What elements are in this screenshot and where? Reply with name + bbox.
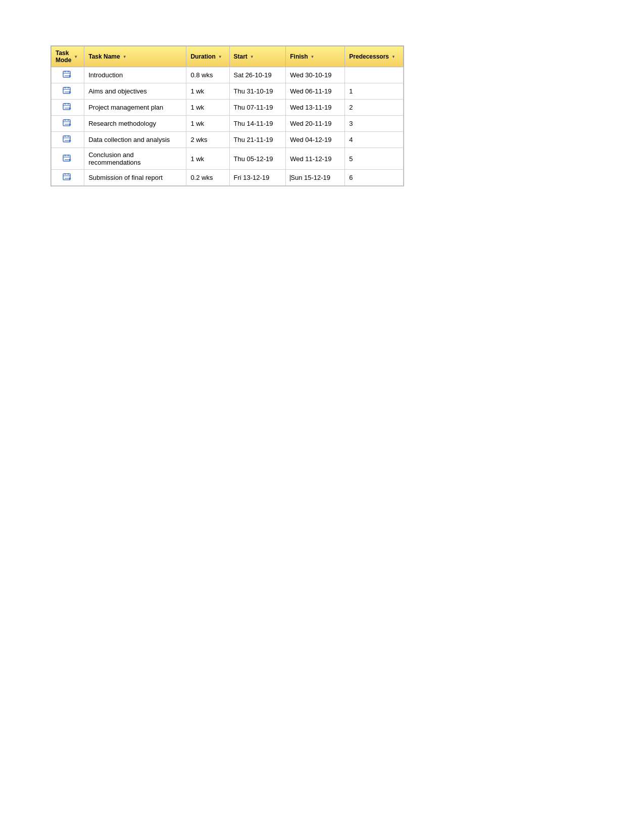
- finish-cell[interactable]: Wed 06-11-19: [286, 83, 345, 100]
- finish-cell[interactable]: Wed 04-12-19: [286, 132, 345, 148]
- duration-header-label: Duration: [190, 53, 215, 60]
- finish-cell[interactable]: Wed 13-11-19: [286, 100, 345, 116]
- predecessors-header-label: Predecessors: [349, 53, 389, 60]
- table-header-row: Task Mode ▼ Task Name ▼ Duration ▼: [52, 46, 404, 67]
- predecessors-cell[interactable]: 6: [345, 170, 404, 186]
- predecessors-cell[interactable]: 3: [345, 116, 404, 132]
- task-mode-cell: [52, 148, 84, 170]
- svg-rect-15: [63, 120, 70, 126]
- duration-cell[interactable]: 1 wk: [186, 83, 229, 100]
- duration-cell[interactable]: 0.8 wks: [186, 67, 229, 83]
- duration-cell[interactable]: 1 wk: [186, 100, 229, 116]
- task-mode-header-label: Task Mode: [56, 50, 71, 64]
- duration-cell[interactable]: 2 wks: [186, 132, 229, 148]
- task-mode-icon: [63, 173, 73, 181]
- task-mode-icon: [63, 154, 73, 162]
- start-cell[interactable]: Thu 05-12-19: [229, 148, 286, 170]
- col-header-duration[interactable]: Duration ▼: [186, 46, 229, 67]
- start-dropdown-icon[interactable]: ▼: [250, 55, 254, 59]
- task-name-header-label: Task Name: [88, 53, 120, 60]
- task-mode-icon: [63, 135, 73, 143]
- start-cell[interactable]: Thu 31-10-19: [229, 83, 286, 100]
- table-row: Submission of final report0.2 wksFri 13-…: [52, 170, 404, 186]
- task-mode-icon: [63, 103, 73, 111]
- duration-cell[interactable]: 0.2 wks: [186, 170, 229, 186]
- table-row: Data collection and analysis2 wksThu 21-…: [52, 132, 404, 148]
- start-cell[interactable]: Thu 21-11-19: [229, 132, 286, 148]
- svg-rect-5: [63, 87, 70, 93]
- task-name-cell[interactable]: Project management plan: [84, 100, 186, 116]
- duration-cell[interactable]: 1 wk: [186, 116, 229, 132]
- finish-cell[interactable]: Wed 11-12-19: [286, 148, 345, 170]
- start-cell[interactable]: Fri 13-12-19: [229, 170, 286, 186]
- gantt-table: Task Mode ▼ Task Name ▼ Duration ▼: [51, 45, 404, 186]
- task-mode-cell: [52, 83, 84, 100]
- svg-rect-0: [63, 71, 70, 77]
- predecessors-cell[interactable]: 4: [345, 132, 404, 148]
- table-row: Research methodology1 wkThu 14-11-19Wed …: [52, 116, 404, 132]
- col-header-finish[interactable]: Finish ▼: [286, 46, 345, 67]
- predecessors-cell[interactable]: 5: [345, 148, 404, 170]
- finish-dropdown-icon[interactable]: ▼: [311, 55, 315, 59]
- finish-cell[interactable]: Wed 20-11-19: [286, 116, 345, 132]
- task-name-cell[interactable]: Submission of final report: [84, 170, 186, 186]
- svg-rect-20: [63, 136, 70, 142]
- col-header-task-mode[interactable]: Task Mode ▼: [52, 46, 84, 67]
- predecessors-cell[interactable]: 1: [345, 83, 404, 100]
- task-mode-cell: [52, 132, 84, 148]
- duration-cell[interactable]: 1 wk: [186, 148, 229, 170]
- predecessors-cell[interactable]: 2: [345, 100, 404, 116]
- finish-cell[interactable]: Wed 30-10-19: [286, 67, 345, 83]
- task-name-cell[interactable]: Introduction: [84, 67, 186, 83]
- task-mode-icon: [63, 119, 73, 127]
- task-name-cell[interactable]: Research methodology: [84, 116, 186, 132]
- task-mode-dropdown-icon[interactable]: ▼: [74, 55, 78, 59]
- task-mode-cell: [52, 116, 84, 132]
- table-row: Project management plan1 wkThu 07-11-19W…: [52, 100, 404, 116]
- predecessors-cell[interactable]: [345, 67, 404, 83]
- svg-rect-30: [63, 174, 70, 180]
- start-header-label: Start: [234, 53, 247, 60]
- svg-rect-25: [63, 155, 70, 161]
- col-header-start[interactable]: Start ▼: [229, 46, 286, 67]
- text-cursor: [290, 175, 290, 181]
- start-cell[interactable]: Thu 07-11-19: [229, 100, 286, 116]
- finish-cell[interactable]: Sun 15-12-19: [286, 170, 345, 186]
- col-header-task-name[interactable]: Task Name ▼: [84, 46, 186, 67]
- task-name-dropdown-icon[interactable]: ▼: [123, 55, 127, 59]
- task-mode-icon: [63, 86, 73, 94]
- task-name-cell[interactable]: Aims and objectives: [84, 83, 186, 100]
- svg-rect-10: [63, 104, 70, 110]
- task-mode-cell: [52, 100, 84, 116]
- table-row: Conclusion and recommendations1 wkThu 05…: [52, 148, 404, 170]
- table-row: Aims and objectives1 wkThu 31-10-19Wed 0…: [52, 83, 404, 100]
- duration-dropdown-icon[interactable]: ▼: [218, 55, 222, 59]
- task-name-cell[interactable]: Conclusion and recommendations: [84, 148, 186, 170]
- task-mode-cell: [52, 67, 84, 83]
- task-mode-icon: [63, 70, 73, 78]
- task-mode-cell: [52, 170, 84, 186]
- finish-header-label: Finish: [290, 53, 308, 60]
- table-row: Introduction0.8 wksSat 26-10-19Wed 30-10…: [52, 67, 404, 83]
- start-cell[interactable]: Sat 26-10-19: [229, 67, 286, 83]
- predecessors-dropdown-icon[interactable]: ▼: [391, 55, 395, 59]
- task-name-cell[interactable]: Data collection and analysis: [84, 132, 186, 148]
- start-cell[interactable]: Thu 14-11-19: [229, 116, 286, 132]
- col-header-predecessors[interactable]: Predecessors ▼: [345, 46, 404, 67]
